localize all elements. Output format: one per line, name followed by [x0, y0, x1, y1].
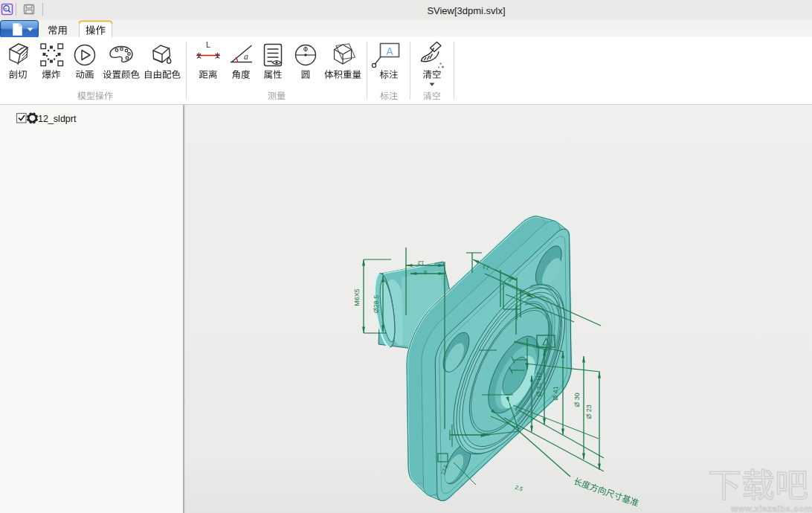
svg-text:a: a	[244, 52, 248, 61]
svg-text:Ø28.5: Ø28.5	[373, 295, 380, 314]
svg-text:A: A	[386, 45, 393, 57]
svg-text:Ø 41: Ø 41	[552, 386, 559, 401]
svg-text:M6X5: M6X5	[353, 288, 361, 306]
svg-text:www.xiazaiba.com: www.xiazaiba.com	[730, 504, 812, 513]
svg-text:SView[3dpmi.svlx]: SView[3dpmi.svlx]	[427, 5, 505, 16]
svg-text:L: L	[206, 40, 210, 49]
svg-text:12: 12	[417, 259, 424, 266]
svg-text:Ø 32 H7: Ø 32 H7	[535, 372, 543, 397]
svg-text:12_sldprt: 12_sldprt	[38, 114, 77, 124]
svg-text:Ø 23: Ø 23	[585, 404, 593, 419]
svg-text:Ø 30: Ø 30	[573, 393, 581, 407]
svg-text:8: 8	[423, 269, 427, 276]
